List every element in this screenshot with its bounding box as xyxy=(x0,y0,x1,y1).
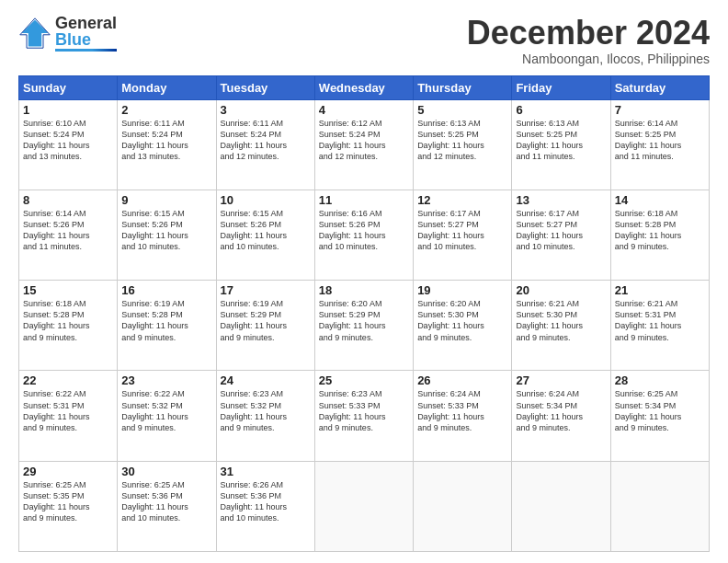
table-row: 7Sunrise: 6:14 AM Sunset: 5:25 PM Daylig… xyxy=(610,99,709,190)
day-number: 10 xyxy=(221,193,311,207)
table-row: 9Sunrise: 6:15 AM Sunset: 5:26 PM Daylig… xyxy=(118,190,216,280)
day-info: Sunrise: 6:24 AM Sunset: 5:34 PM Dayligh… xyxy=(516,388,606,433)
table-row xyxy=(512,461,610,551)
logo-blue-text: Blue xyxy=(55,31,117,48)
day-number: 14 xyxy=(615,193,705,207)
day-info: Sunrise: 6:13 AM Sunset: 5:25 PM Dayligh… xyxy=(417,118,507,163)
col-sunday: Sunday xyxy=(19,75,118,99)
day-info: Sunrise: 6:17 AM Sunset: 5:27 PM Dayligh… xyxy=(516,208,606,253)
col-wednesday: Wednesday xyxy=(314,75,413,99)
day-info: Sunrise: 6:14 AM Sunset: 5:25 PM Dayligh… xyxy=(615,118,705,163)
logo-words: General Blue xyxy=(55,15,117,52)
col-saturday: Saturday xyxy=(610,75,709,99)
day-info: Sunrise: 6:23 AM Sunset: 5:33 PM Dayligh… xyxy=(319,388,409,433)
day-info: Sunrise: 6:21 AM Sunset: 5:30 PM Dayligh… xyxy=(516,298,606,343)
col-friday: Friday xyxy=(512,75,610,99)
day-number: 16 xyxy=(121,283,211,297)
col-monday: Monday xyxy=(118,75,216,99)
day-number: 29 xyxy=(23,465,113,478)
day-number: 5 xyxy=(417,103,507,117)
month-title: December 2024 xyxy=(467,15,710,52)
day-number: 30 xyxy=(121,465,211,478)
calendar-week-row: 1Sunrise: 6:10 AM Sunset: 5:24 PM Daylig… xyxy=(19,99,710,190)
day-info: Sunrise: 6:11 AM Sunset: 5:24 PM Dayligh… xyxy=(221,118,311,163)
day-info: Sunrise: 6:10 AM Sunset: 5:24 PM Dayligh… xyxy=(23,118,113,163)
page: General Blue December 2024 Namboongan, I… xyxy=(0,0,728,563)
day-number: 8 xyxy=(23,193,113,207)
table-row: 19Sunrise: 6:20 AM Sunset: 5:30 PM Dayli… xyxy=(414,281,512,371)
day-info: Sunrise: 6:13 AM Sunset: 5:25 PM Dayligh… xyxy=(516,118,606,163)
table-row: 27Sunrise: 6:24 AM Sunset: 5:34 PM Dayli… xyxy=(512,371,610,461)
day-info: Sunrise: 6:25 AM Sunset: 5:34 PM Dayligh… xyxy=(615,388,705,433)
day-number: 9 xyxy=(121,193,211,207)
day-info: Sunrise: 6:21 AM Sunset: 5:31 PM Dayligh… xyxy=(615,298,705,343)
day-number: 15 xyxy=(23,283,113,297)
logo-underline xyxy=(55,49,117,52)
day-info: Sunrise: 6:11 AM Sunset: 5:24 PM Dayligh… xyxy=(121,118,211,163)
calendar-header-row: Sunday Monday Tuesday Wednesday Thursday… xyxy=(19,75,710,99)
day-info: Sunrise: 6:17 AM Sunset: 5:27 PM Dayligh… xyxy=(417,208,507,253)
day-info: Sunrise: 6:23 AM Sunset: 5:32 PM Dayligh… xyxy=(221,388,311,433)
day-number: 11 xyxy=(319,193,409,207)
day-number: 26 xyxy=(417,373,507,387)
table-row xyxy=(610,461,709,551)
table-row: 23Sunrise: 6:22 AM Sunset: 5:32 PM Dayli… xyxy=(118,371,216,461)
day-info: Sunrise: 6:22 AM Sunset: 5:32 PM Dayligh… xyxy=(121,388,211,433)
table-row: 26Sunrise: 6:24 AM Sunset: 5:33 PM Dayli… xyxy=(414,371,512,461)
table-row: 14Sunrise: 6:18 AM Sunset: 5:28 PM Dayli… xyxy=(610,190,709,280)
day-info: Sunrise: 6:15 AM Sunset: 5:26 PM Dayligh… xyxy=(121,208,211,253)
calendar-week-row: 15Sunrise: 6:18 AM Sunset: 5:28 PM Dayli… xyxy=(19,281,710,371)
day-info: Sunrise: 6:22 AM Sunset: 5:31 PM Dayligh… xyxy=(23,388,113,433)
header: General Blue December 2024 Namboongan, I… xyxy=(18,15,710,66)
table-row: 16Sunrise: 6:19 AM Sunset: 5:28 PM Dayli… xyxy=(118,281,216,371)
day-number: 25 xyxy=(319,373,409,387)
day-number: 22 xyxy=(23,373,113,387)
table-row: 25Sunrise: 6:23 AM Sunset: 5:33 PM Dayli… xyxy=(314,371,413,461)
day-info: Sunrise: 6:25 AM Sunset: 5:36 PM Dayligh… xyxy=(121,479,211,524)
table-row: 28Sunrise: 6:25 AM Sunset: 5:34 PM Dayli… xyxy=(610,371,709,461)
svg-marker-0 xyxy=(22,20,49,47)
day-info: Sunrise: 6:20 AM Sunset: 5:30 PM Dayligh… xyxy=(417,298,507,343)
day-info: Sunrise: 6:15 AM Sunset: 5:26 PM Dayligh… xyxy=(221,208,311,253)
day-number: 21 xyxy=(615,283,705,297)
table-row: 18Sunrise: 6:20 AM Sunset: 5:29 PM Dayli… xyxy=(314,281,413,371)
table-row: 6Sunrise: 6:13 AM Sunset: 5:25 PM Daylig… xyxy=(512,99,610,190)
table-row xyxy=(414,461,512,551)
col-tuesday: Tuesday xyxy=(216,75,314,99)
day-number: 24 xyxy=(221,373,311,387)
day-info: Sunrise: 6:16 AM Sunset: 5:26 PM Dayligh… xyxy=(319,208,409,253)
table-row: 31Sunrise: 6:26 AM Sunset: 5:36 PM Dayli… xyxy=(216,461,314,551)
table-row: 22Sunrise: 6:22 AM Sunset: 5:31 PM Dayli… xyxy=(19,371,118,461)
calendar-week-row: 22Sunrise: 6:22 AM Sunset: 5:31 PM Dayli… xyxy=(19,371,710,461)
day-number: 12 xyxy=(417,193,507,207)
day-number: 4 xyxy=(319,103,409,117)
day-number: 1 xyxy=(23,103,113,117)
day-info: Sunrise: 6:18 AM Sunset: 5:28 PM Dayligh… xyxy=(23,298,113,343)
calendar-week-row: 29Sunrise: 6:25 AM Sunset: 5:35 PM Dayli… xyxy=(19,461,710,551)
table-row: 1Sunrise: 6:10 AM Sunset: 5:24 PM Daylig… xyxy=(19,99,118,190)
table-row: 8Sunrise: 6:14 AM Sunset: 5:26 PM Daylig… xyxy=(19,190,118,280)
table-row: 12Sunrise: 6:17 AM Sunset: 5:27 PM Dayli… xyxy=(414,190,512,280)
table-row: 4Sunrise: 6:12 AM Sunset: 5:24 PM Daylig… xyxy=(314,99,413,190)
day-number: 19 xyxy=(417,283,507,297)
col-thursday: Thursday xyxy=(414,75,512,99)
day-number: 23 xyxy=(121,373,211,387)
day-info: Sunrise: 6:24 AM Sunset: 5:33 PM Dayligh… xyxy=(417,388,507,433)
table-row: 10Sunrise: 6:15 AM Sunset: 5:26 PM Dayli… xyxy=(216,190,314,280)
day-info: Sunrise: 6:19 AM Sunset: 5:29 PM Dayligh… xyxy=(221,298,311,343)
calendar-week-row: 8Sunrise: 6:14 AM Sunset: 5:26 PM Daylig… xyxy=(19,190,710,280)
table-row xyxy=(314,461,413,551)
day-info: Sunrise: 6:20 AM Sunset: 5:29 PM Dayligh… xyxy=(319,298,409,343)
logo: General Blue xyxy=(18,15,117,52)
day-number: 31 xyxy=(221,465,311,478)
day-info: Sunrise: 6:12 AM Sunset: 5:24 PM Dayligh… xyxy=(319,118,409,163)
day-number: 17 xyxy=(221,283,311,297)
day-number: 13 xyxy=(516,193,606,207)
day-info: Sunrise: 6:25 AM Sunset: 5:35 PM Dayligh… xyxy=(23,479,113,524)
day-number: 20 xyxy=(516,283,606,297)
day-number: 2 xyxy=(121,103,211,117)
logo-general-text: General xyxy=(55,15,117,31)
table-row: 2Sunrise: 6:11 AM Sunset: 5:24 PM Daylig… xyxy=(118,99,216,190)
table-row: 13Sunrise: 6:17 AM Sunset: 5:27 PM Dayli… xyxy=(512,190,610,280)
title-block: December 2024 Namboongan, Ilocos, Philip… xyxy=(467,15,710,66)
